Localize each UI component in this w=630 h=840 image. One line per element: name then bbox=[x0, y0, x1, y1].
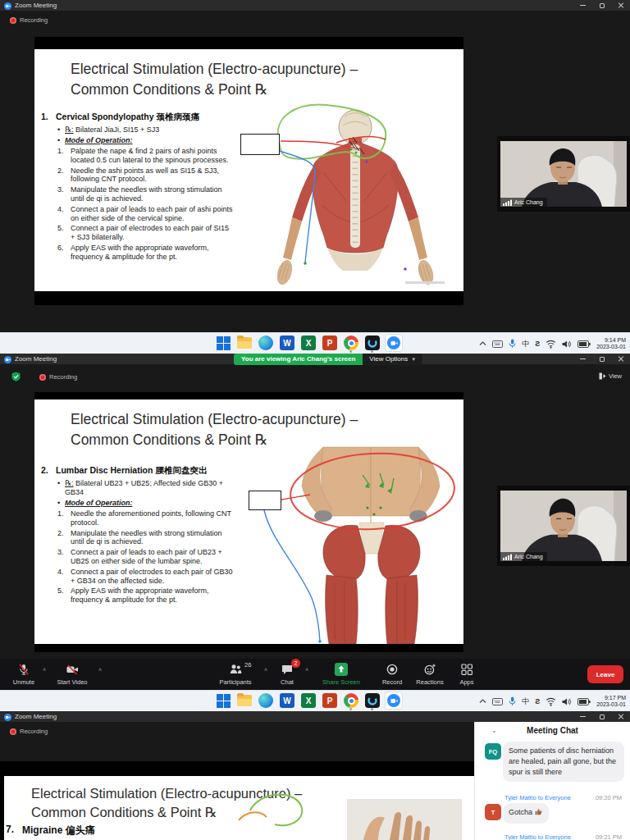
close-button[interactable] bbox=[611, 711, 630, 722]
windows-taskbar-1: W X P 中 Ƨ 9:14 PM 2023-03-01 bbox=[0, 332, 630, 354]
chrome-icon[interactable] bbox=[344, 336, 358, 350]
ime-language-icon[interactable]: 中 bbox=[522, 696, 529, 707]
signal-bars-icon bbox=[503, 199, 512, 206]
tray-chevron-icon[interactable] bbox=[479, 341, 486, 346]
windows-taskbar-2: W X P 中 Ƨ 9:17 PM 2023-03-01 bbox=[0, 690, 630, 711]
excel-icon[interactable]: X bbox=[301, 693, 316, 708]
titlebar[interactable]: Zoom Meeting bbox=[0, 711, 630, 722]
slide-body: 2.Lumbar Disc Herniation 腰椎间盘突出 ℞: Bilat… bbox=[41, 465, 259, 606]
webcam-video bbox=[500, 491, 627, 561]
close-button[interactable] bbox=[611, 354, 630, 364]
unmute-button[interactable]: Unmute bbox=[7, 663, 41, 686]
word-icon[interactable]: W bbox=[280, 336, 294, 350]
wifi-icon[interactable] bbox=[546, 339, 556, 349]
recording-indicator: Recording bbox=[39, 373, 77, 381]
zoom-taskbar-icon[interactable] bbox=[386, 336, 401, 350]
titlebar[interactable]: Zoom Meeting bbox=[0, 0, 630, 11]
reactions-icon bbox=[423, 663, 436, 676]
chat-title: Meeting Chat bbox=[475, 726, 630, 735]
webcam-tile[interactable]: Aric Chang bbox=[497, 486, 630, 566]
chat-button[interactable]: 2 Chat bbox=[272, 663, 302, 686]
zoom-window-1: Zoom Meeting Recording Electrical Stimul… bbox=[0, 0, 630, 332]
recording-label: Recording bbox=[20, 728, 48, 735]
restore-button[interactable] bbox=[592, 0, 611, 11]
restore-button[interactable] bbox=[592, 354, 611, 364]
microphone-icon[interactable] bbox=[509, 696, 516, 706]
zoom-window-2: Zoom Meeting You are viewing Aric Chang'… bbox=[0, 354, 630, 690]
start-button[interactable] bbox=[216, 336, 231, 350]
recording-label: Recording bbox=[20, 16, 48, 24]
minimize-button[interactable] bbox=[573, 354, 592, 364]
media-app-icon[interactable] bbox=[365, 336, 380, 350]
reactions-button[interactable]: Reactions bbox=[410, 663, 450, 686]
tray-chevron-icon[interactable] bbox=[479, 699, 486, 704]
video-chevron-icon[interactable]: ˄ bbox=[98, 667, 102, 673]
start-button[interactable] bbox=[216, 693, 231, 708]
file-explorer-icon[interactable] bbox=[237, 336, 252, 350]
microphone-icon[interactable] bbox=[509, 339, 516, 349]
edge-browser-icon[interactable] bbox=[258, 693, 273, 708]
close-button[interactable] bbox=[611, 0, 630, 11]
apps-button[interactable]: Apps bbox=[453, 663, 481, 686]
participant-name: Aric Chang bbox=[500, 552, 547, 561]
touch-keyboard-icon[interactable] bbox=[492, 697, 503, 706]
slide-2: Electrical Stimulation (Electro-acupunct… bbox=[34, 399, 463, 644]
chat-message-meta: Tyler Mattio to Everyone bbox=[504, 794, 571, 801]
slide-body: 7.Migraine 偏头痛 bbox=[6, 824, 334, 840]
system-tray: 中 Ƨ 9:17 PM 2023-03-01 bbox=[479, 691, 626, 712]
participants-button[interactable]: 26 Participants bbox=[210, 663, 261, 686]
video-off-icon bbox=[66, 663, 79, 676]
minimize-button[interactable] bbox=[573, 711, 592, 722]
battery-icon[interactable] bbox=[578, 340, 591, 349]
chat-icon: 2 bbox=[281, 663, 294, 676]
webcam-video bbox=[500, 141, 627, 207]
battery-icon[interactable] bbox=[578, 697, 591, 706]
unmute-chevron-icon[interactable]: ˄ bbox=[43, 667, 46, 673]
powerpoint-icon[interactable]: P bbox=[322, 693, 337, 708]
participants-chevron-icon[interactable]: ˄ bbox=[264, 667, 267, 673]
view-options-button[interactable]: View Options▼ bbox=[363, 354, 422, 365]
speaker-icon[interactable] bbox=[562, 697, 572, 706]
record-button[interactable]: Record bbox=[376, 663, 409, 686]
start-video-button[interactable]: Start Video bbox=[49, 663, 95, 686]
ime-mode-icon[interactable]: Ƨ bbox=[535, 340, 540, 348]
clock[interactable]: 9:14 PM 2023-03-01 bbox=[596, 337, 626, 351]
wifi-icon[interactable] bbox=[546, 696, 556, 706]
muted-mic-icon bbox=[17, 663, 30, 676]
meeting-chat-panel[interactable]: ⌄ Meeting Chat FQ Some patients of disc … bbox=[474, 722, 630, 840]
share-screen-button[interactable]: Share Screen bbox=[315, 663, 368, 686]
slide-1: Electrical Stimulation (Electro-acupunct… bbox=[34, 49, 463, 291]
touch-keyboard-icon[interactable] bbox=[492, 340, 503, 349]
recording-indicator: Recording bbox=[10, 16, 48, 24]
recording-label: Recording bbox=[49, 373, 77, 381]
chat-chevron-icon[interactable]: ˄ bbox=[305, 667, 308, 673]
webcam-tile[interactable]: Aric Chang bbox=[497, 136, 630, 212]
minimize-button[interactable] bbox=[573, 0, 592, 11]
file-explorer-icon[interactable] bbox=[237, 693, 252, 708]
view-button[interactable]: View bbox=[599, 372, 622, 380]
signal-bars-icon bbox=[503, 554, 512, 560]
clock[interactable]: 9:17 PM 2023-03-01 bbox=[596, 695, 626, 709]
ime-mode-icon[interactable]: Ƨ bbox=[535, 697, 540, 705]
zoom-taskbar-icon[interactable] bbox=[386, 693, 401, 708]
chevron-down-icon: ▼ bbox=[411, 354, 416, 365]
window-title: Zoom Meeting bbox=[15, 713, 57, 720]
meeting-toolbar: Unmute ˄ Start Video ˄ 26 Participants ˄… bbox=[0, 659, 630, 690]
restore-button[interactable] bbox=[592, 711, 611, 722]
chrome-icon[interactable] bbox=[344, 693, 358, 708]
powerpoint-icon[interactable]: P bbox=[322, 336, 337, 350]
excel-icon[interactable]: X bbox=[301, 336, 316, 350]
media-app-icon[interactable] bbox=[365, 693, 380, 708]
ime-language-icon[interactable]: 中 bbox=[522, 339, 529, 349]
recording-indicator: Recording bbox=[10, 728, 48, 735]
word-icon[interactable]: W bbox=[280, 693, 294, 708]
viewing-banner: You are viewing Aric Chang's screen bbox=[234, 354, 363, 365]
speaker-icon[interactable] bbox=[562, 340, 572, 349]
edge-browser-icon[interactable] bbox=[258, 336, 273, 350]
shared-screen-2: Electrical Stimulation (Electro-acupunct… bbox=[34, 392, 463, 652]
stacked-zoom-screens: Zoom Meeting Recording Electrical Stimul… bbox=[0, 0, 630, 840]
leave-button[interactable]: Leave bbox=[587, 665, 623, 683]
participant-name: Aric Chang bbox=[500, 198, 547, 207]
security-shield-icon[interactable] bbox=[11, 372, 21, 381]
chat-message-time: 09:20 PM bbox=[596, 794, 622, 801]
